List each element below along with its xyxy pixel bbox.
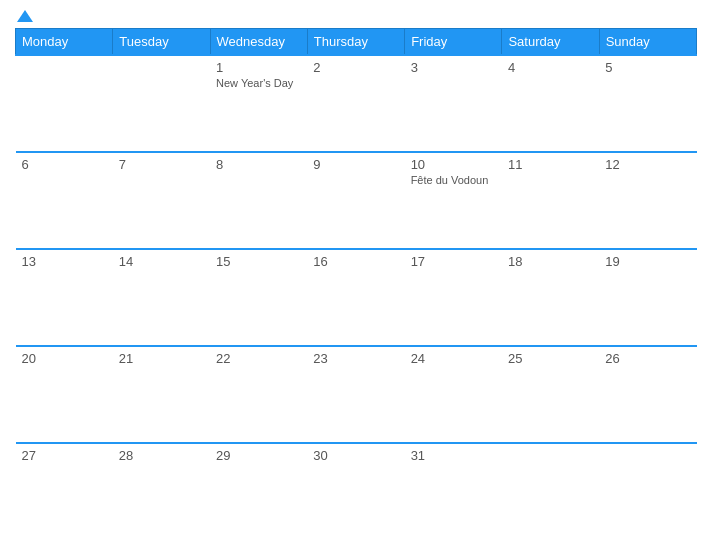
week-row-1: 1New Year's Day2345 <box>16 55 697 152</box>
day-number: 14 <box>119 254 204 269</box>
day-number: 7 <box>119 157 204 172</box>
week-row-3: 13141516171819 <box>16 249 697 346</box>
day-number: 21 <box>119 351 204 366</box>
holiday-text: Fête du Vodoun <box>411 174 496 186</box>
day-number: 18 <box>508 254 593 269</box>
calendar-cell: 19 <box>599 249 696 346</box>
calendar-cell: 17 <box>405 249 502 346</box>
calendar-cell: 14 <box>113 249 210 346</box>
day-number: 29 <box>216 448 301 463</box>
weekday-header-saturday: Saturday <box>502 29 599 56</box>
calendar-cell: 28 <box>113 443 210 540</box>
calendar-cell <box>599 443 696 540</box>
weekday-header-monday: Monday <box>16 29 113 56</box>
day-number: 30 <box>313 448 398 463</box>
day-number: 24 <box>411 351 496 366</box>
calendar-cell: 26 <box>599 346 696 443</box>
calendar-cell: 27 <box>16 443 113 540</box>
day-number: 2 <box>313 60 398 75</box>
day-number: 1 <box>216 60 301 75</box>
day-number: 16 <box>313 254 398 269</box>
day-number: 3 <box>411 60 496 75</box>
calendar-cell: 1New Year's Day <box>210 55 307 152</box>
calendar-cell: 12 <box>599 152 696 249</box>
calendar-cell: 13 <box>16 249 113 346</box>
calendar-cell: 25 <box>502 346 599 443</box>
week-row-2: 678910Fête du Vodoun1112 <box>16 152 697 249</box>
day-number: 27 <box>22 448 107 463</box>
calendar-cell: 10Fête du Vodoun <box>405 152 502 249</box>
calendar-cell: 20 <box>16 346 113 443</box>
day-number: 15 <box>216 254 301 269</box>
calendar-cell: 29 <box>210 443 307 540</box>
day-number: 10 <box>411 157 496 172</box>
calendar-cell: 31 <box>405 443 502 540</box>
weekday-header-friday: Friday <box>405 29 502 56</box>
logo-triangle-icon <box>17 10 33 22</box>
day-number: 8 <box>216 157 301 172</box>
weekday-header-tuesday: Tuesday <box>113 29 210 56</box>
calendar-cell: 5 <box>599 55 696 152</box>
calendar-cell: 22 <box>210 346 307 443</box>
day-number: 23 <box>313 351 398 366</box>
weekday-header-row: MondayTuesdayWednesdayThursdayFridaySatu… <box>16 29 697 56</box>
day-number: 12 <box>605 157 690 172</box>
weekday-header-wednesday: Wednesday <box>210 29 307 56</box>
day-number: 31 <box>411 448 496 463</box>
calendar-cell: 8 <box>210 152 307 249</box>
calendar-cell: 6 <box>16 152 113 249</box>
week-row-5: 2728293031 <box>16 443 697 540</box>
calendar-cell: 23 <box>307 346 404 443</box>
day-number: 26 <box>605 351 690 366</box>
calendar-cell: 11 <box>502 152 599 249</box>
weekday-header-sunday: Sunday <box>599 29 696 56</box>
logo <box>15 10 33 22</box>
day-number: 22 <box>216 351 301 366</box>
calendar-cell: 30 <box>307 443 404 540</box>
calendar-cell: 24 <box>405 346 502 443</box>
week-row-4: 20212223242526 <box>16 346 697 443</box>
day-number: 6 <box>22 157 107 172</box>
calendar-cell: 9 <box>307 152 404 249</box>
calendar-cell: 18 <box>502 249 599 346</box>
day-number: 11 <box>508 157 593 172</box>
day-number: 20 <box>22 351 107 366</box>
calendar-cell: 3 <box>405 55 502 152</box>
holiday-text: New Year's Day <box>216 77 301 89</box>
day-number: 28 <box>119 448 204 463</box>
day-number: 17 <box>411 254 496 269</box>
calendar-table: MondayTuesdayWednesdayThursdayFridaySatu… <box>15 28 697 540</box>
day-number: 25 <box>508 351 593 366</box>
calendar-cell: 15 <box>210 249 307 346</box>
calendar-header <box>15 10 697 22</box>
weekday-header-thursday: Thursday <box>307 29 404 56</box>
day-number: 4 <box>508 60 593 75</box>
calendar-cell <box>502 443 599 540</box>
calendar-cell: 7 <box>113 152 210 249</box>
day-number: 19 <box>605 254 690 269</box>
calendar-page: MondayTuesdayWednesdayThursdayFridaySatu… <box>0 0 712 550</box>
calendar-cell: 21 <box>113 346 210 443</box>
calendar-cell: 4 <box>502 55 599 152</box>
day-number: 9 <box>313 157 398 172</box>
calendar-cell: 2 <box>307 55 404 152</box>
calendar-cell <box>16 55 113 152</box>
calendar-cell: 16 <box>307 249 404 346</box>
day-number: 5 <box>605 60 690 75</box>
calendar-cell <box>113 55 210 152</box>
day-number: 13 <box>22 254 107 269</box>
